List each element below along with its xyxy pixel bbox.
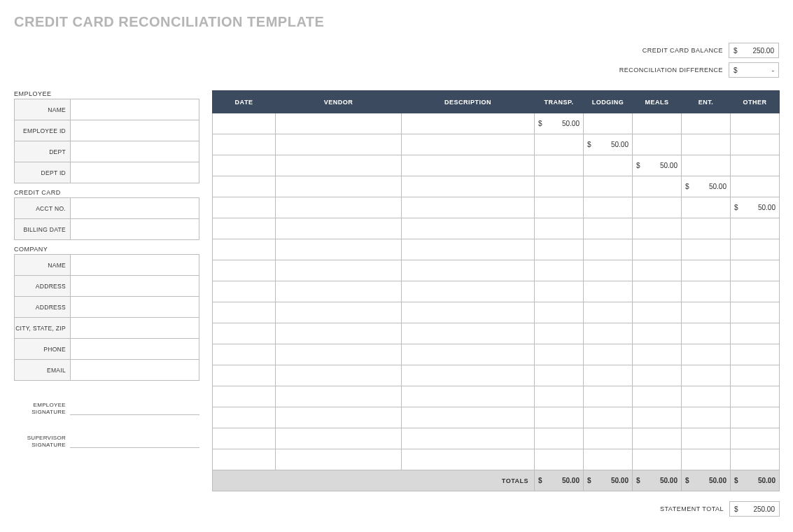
cell-transp[interactable] — [535, 302, 584, 323]
dept-input[interactable] — [71, 141, 199, 162]
cell-lodging[interactable] — [584, 113, 633, 134]
cell-lodging[interactable]: $50.00 — [584, 134, 633, 155]
employee-name-input[interactable] — [71, 99, 199, 120]
cell-vendor[interactable] — [276, 176, 402, 197]
cell-date[interactable] — [213, 155, 276, 176]
cell-other[interactable]: $50.00 — [731, 197, 780, 218]
cell-ent[interactable] — [682, 218, 731, 239]
cell-transp[interactable] — [535, 218, 584, 239]
cell-vendor[interactable] — [276, 344, 402, 365]
cell-other[interactable] — [731, 386, 780, 407]
cell-description[interactable] — [402, 134, 535, 155]
cell-ent[interactable] — [682, 386, 731, 407]
cell-lodging[interactable] — [584, 239, 633, 260]
company-city-state-zip-input[interactable] — [71, 318, 199, 339]
cell-ent[interactable] — [682, 407, 731, 428]
cell-ent[interactable] — [682, 260, 731, 281]
cell-lodging[interactable] — [584, 260, 633, 281]
cell-vendor[interactable] — [276, 323, 402, 344]
credit-card-balance-value[interactable]: $ 250.00 — [729, 43, 779, 58]
cell-other[interactable] — [731, 344, 780, 365]
cell-description[interactable] — [402, 302, 535, 323]
cell-lodging[interactable] — [584, 281, 633, 302]
cell-other[interactable] — [731, 176, 780, 197]
cell-date[interactable] — [213, 386, 276, 407]
dept-id-input[interactable] — [71, 162, 199, 183]
cell-description[interactable] — [402, 197, 535, 218]
cell-ent[interactable] — [682, 365, 731, 386]
cell-description[interactable] — [402, 344, 535, 365]
cell-transp[interactable] — [535, 281, 584, 302]
cell-vendor[interactable] — [276, 113, 402, 134]
company-phone-input[interactable] — [71, 339, 199, 360]
cell-other[interactable] — [731, 134, 780, 155]
cell-description[interactable] — [402, 113, 535, 134]
cell-transp[interactable] — [535, 428, 584, 449]
cell-lodging[interactable] — [584, 344, 633, 365]
cell-transp[interactable] — [535, 344, 584, 365]
cell-meals[interactable] — [633, 449, 682, 470]
cell-transp[interactable] — [535, 365, 584, 386]
cell-ent[interactable] — [682, 281, 731, 302]
cell-meals[interactable] — [633, 260, 682, 281]
acct-no-input[interactable] — [71, 198, 199, 219]
cell-date[interactable] — [213, 302, 276, 323]
cell-description[interactable] — [402, 155, 535, 176]
cell-transp[interactable]: $50.00 — [535, 113, 584, 134]
cell-date[interactable] — [213, 323, 276, 344]
cell-meals[interactable] — [633, 323, 682, 344]
cell-ent[interactable] — [682, 239, 731, 260]
cell-vendor[interactable] — [276, 260, 402, 281]
cell-transp[interactable] — [535, 386, 584, 407]
cell-vendor[interactable] — [276, 197, 402, 218]
cell-description[interactable] — [402, 218, 535, 239]
cell-meals[interactable] — [633, 281, 682, 302]
cell-meals[interactable] — [633, 176, 682, 197]
supervisor-signature-line[interactable] — [70, 447, 199, 448]
cell-vendor[interactable] — [276, 281, 402, 302]
cell-transp[interactable] — [535, 449, 584, 470]
cell-other[interactable] — [731, 365, 780, 386]
cell-lodging[interactable] — [584, 302, 633, 323]
cell-description[interactable] — [402, 428, 535, 449]
cell-lodging[interactable] — [584, 197, 633, 218]
cell-description[interactable] — [402, 260, 535, 281]
cell-date[interactable] — [213, 428, 276, 449]
cell-date[interactable] — [213, 449, 276, 470]
cell-date[interactable] — [213, 344, 276, 365]
cell-other[interactable] — [731, 218, 780, 239]
cell-transp[interactable] — [535, 197, 584, 218]
cell-description[interactable] — [402, 281, 535, 302]
cell-date[interactable] — [213, 281, 276, 302]
employee-id-input[interactable] — [71, 120, 199, 141]
cell-meals[interactable] — [633, 113, 682, 134]
cell-meals[interactable] — [633, 197, 682, 218]
cell-meals[interactable] — [633, 428, 682, 449]
cell-ent[interactable]: $50.00 — [682, 176, 731, 197]
employee-signature-line[interactable] — [70, 414, 199, 415]
cell-meals[interactable] — [633, 302, 682, 323]
cell-vendor[interactable] — [276, 407, 402, 428]
cell-meals[interactable] — [633, 344, 682, 365]
cell-meals[interactable] — [633, 407, 682, 428]
cell-lodging[interactable] — [584, 323, 633, 344]
cell-description[interactable] — [402, 449, 535, 470]
cell-vendor[interactable] — [276, 239, 402, 260]
cell-vendor[interactable] — [276, 386, 402, 407]
cell-transp[interactable] — [535, 134, 584, 155]
cell-lodging[interactable] — [584, 449, 633, 470]
cell-date[interactable] — [213, 134, 276, 155]
reconciliation-difference-value[interactable]: $ - — [729, 62, 779, 78]
cell-vendor[interactable] — [276, 449, 402, 470]
cell-date[interactable] — [213, 197, 276, 218]
cell-description[interactable] — [402, 176, 535, 197]
cell-vendor[interactable] — [276, 218, 402, 239]
cell-transp[interactable] — [535, 260, 584, 281]
company-address2-input[interactable] — [71, 297, 199, 318]
billing-date-input[interactable] — [71, 219, 199, 240]
cell-lodging[interactable] — [584, 365, 633, 386]
company-name-input[interactable] — [71, 255, 199, 276]
cell-other[interactable] — [731, 449, 780, 470]
cell-other[interactable] — [731, 113, 780, 134]
cell-date[interactable] — [213, 113, 276, 134]
